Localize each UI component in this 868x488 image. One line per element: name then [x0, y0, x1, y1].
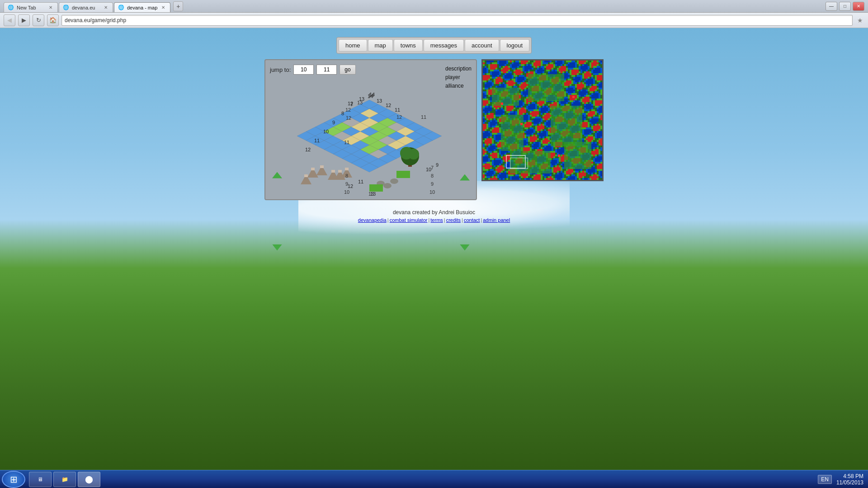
footer-links: devanapedia | combat simulator | terms |… — [358, 217, 510, 223]
game-panel: jump to: go description player alliance — [264, 59, 477, 200]
taskbar-right: EN 4:58 PM 11/05/2013 — [818, 473, 868, 486]
tab-close-map[interactable]: ✕ — [160, 5, 166, 11]
bookmark-button[interactable]: ★ — [855, 16, 864, 25]
jump-x-input[interactable] — [293, 65, 314, 75]
taskbar-file-explorer[interactable]: 📁 — [53, 472, 76, 487]
taskbar-time-display: 4:58 PM — [836, 473, 863, 479]
forward-button[interactable]: ▶ — [18, 14, 30, 26]
tab-devana-map[interactable]: 🌐 devana - map ✕ — [114, 2, 170, 12]
browser-toolbar: ◀ ▶ ↻ 🏠 devana.eu/game/grid.php ★ — [0, 13, 868, 28]
taskbar-chrome[interactable]: ⬤ — [78, 472, 100, 487]
window-controls: — □ ✕ — [826, 2, 864, 11]
footer-credit: devana created by Andrei Busuioc — [358, 209, 510, 216]
tab-favicon-map: 🌐 — [118, 5, 124, 10]
jump-controls: jump to: go — [270, 65, 356, 75]
taskbar-language: EN — [818, 475, 832, 484]
maximize-button[interactable]: □ — [839, 2, 851, 11]
address-bar[interactable]: devana.eu/game/grid.php — [61, 15, 853, 26]
tab-label-home: devana.eu — [72, 5, 95, 10]
nav-map[interactable]: map — [368, 39, 393, 52]
close-button[interactable]: ✕ — [853, 2, 864, 11]
info-player: player — [445, 73, 472, 82]
taskbar-apps: 🖥 📁 ⬤ — [29, 472, 100, 487]
address-text: devana.eu/game/grid.php — [65, 17, 126, 23]
new-tab-button[interactable]: + — [173, 1, 183, 11]
tab-label-new: New Tab — [17, 5, 36, 10]
browser-titlebar: 🌐 New Tab ✕ 🌐 devana.eu ✕ 🌐 devana - map… — [0, 0, 868, 13]
footer-credits[interactable]: credits — [446, 217, 461, 223]
footer-combat-sim[interactable]: combat simulator — [390, 217, 428, 223]
info-panel: description player alliance — [445, 65, 472, 91]
nav-account[interactable]: account — [465, 39, 499, 52]
page-content: home map towns messages account logout j… — [0, 28, 868, 232]
tab-label-map: devana - map — [127, 5, 157, 10]
taskbar-clock: 4:58 PM 11/05/2013 — [836, 473, 863, 486]
nav-home[interactable]: home — [339, 39, 367, 52]
footer: devana created by Andrei Busuioc devanap… — [358, 209, 510, 223]
tab-favicon-new: 🌐 — [8, 5, 14, 10]
nav-towns[interactable]: towns — [394, 39, 423, 52]
tab-close-new[interactable]: ✕ — [47, 5, 54, 11]
start-button[interactable] — [2, 471, 25, 488]
main-area: jump to: go description player alliance — [264, 59, 604, 200]
nav-logout[interactable]: logout — [500, 39, 529, 52]
tab-new-tab[interactable]: 🌐 New Tab ✕ — [4, 2, 58, 12]
info-description: description — [445, 65, 472, 73]
jump-to-label: jump to: — [270, 66, 291, 73]
browser-window: 🌐 New Tab ✕ 🌐 devana.eu ✕ 🌐 devana - map… — [0, 0, 868, 28]
minimize-button[interactable]: — — [826, 2, 837, 11]
footer-terms[interactable]: terms — [430, 217, 443, 223]
tab-close-home[interactable]: ✕ — [103, 5, 109, 11]
taskbar-windows-explorer[interactable]: 🖥 — [29, 472, 52, 487]
mini-map-canvas — [483, 61, 602, 180]
info-alliance: alliance — [445, 82, 472, 90]
nav-menu: home map towns messages account logout — [336, 37, 532, 54]
iso-map-area — [270, 91, 473, 195]
mini-map-panel[interactable] — [481, 59, 604, 181]
tab-devana-home[interactable]: 🌐 devana.eu ✕ — [59, 2, 113, 12]
footer-devanapedia[interactable]: devanapedia — [358, 217, 387, 223]
go-button[interactable]: go — [340, 65, 355, 75]
home-button[interactable]: 🏠 — [47, 14, 59, 26]
footer-contact[interactable]: contact — [464, 217, 480, 223]
tab-favicon-home: 🌐 — [63, 5, 69, 10]
footer-admin[interactable]: admin panel — [483, 217, 510, 223]
jump-y-input[interactable] — [316, 65, 337, 75]
back-button[interactable]: ◀ — [4, 14, 15, 26]
taskbar-date-display: 11/05/2013 — [836, 479, 863, 486]
nav-messages[interactable]: messages — [424, 39, 464, 52]
reload-button[interactable]: ↻ — [33, 14, 44, 26]
taskbar: 🖥 📁 ⬤ EN 4:58 PM 11/05/2013 — [0, 470, 868, 488]
tab-bar: 🌐 New Tab ✕ 🌐 devana.eu ✕ 🌐 devana - map… — [4, 0, 183, 12]
iso-map-canvas[interactable] — [270, 91, 473, 199]
